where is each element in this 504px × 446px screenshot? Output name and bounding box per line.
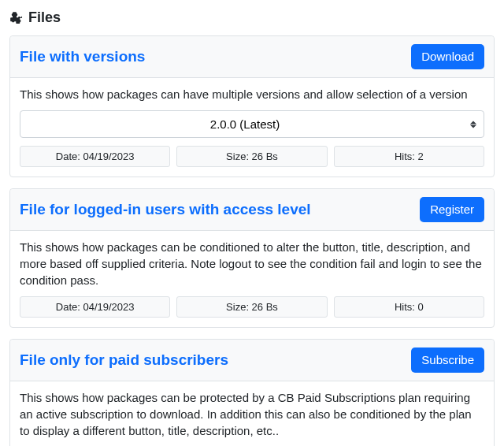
page-title-row: Files bbox=[9, 9, 495, 26]
version-select[interactable]: 2.0.0 (Latest) bbox=[20, 110, 484, 138]
file-stats-row: Date: 04/19/2023 Size: 26 Bs Hits: 2 bbox=[20, 146, 484, 167]
file-card: File with versions Download This shows h… bbox=[9, 35, 495, 177]
file-description: This shows how packages can have multipl… bbox=[20, 86, 484, 102]
download-button[interactable]: Download bbox=[411, 44, 484, 69]
file-card: File for logged-in users with access lev… bbox=[9, 188, 495, 328]
file-card: File only for paid subscribers Subscribe… bbox=[9, 339, 495, 446]
file-title-link[interactable]: File for logged-in users with access lev… bbox=[20, 201, 311, 218]
file-description: This shows how packages can be protected… bbox=[20, 389, 484, 439]
file-card-header: File for logged-in users with access lev… bbox=[10, 189, 494, 231]
file-stat-size: Size: 26 Bs bbox=[176, 146, 327, 167]
file-description: This shows how packages can be condition… bbox=[20, 239, 484, 288]
file-stat-date: Date: 04/19/2023 bbox=[20, 146, 170, 167]
file-stat-hits: Hits: 2 bbox=[334, 146, 484, 167]
file-stat-date: Date: 04/19/2023 bbox=[20, 296, 170, 318]
file-stat-size: Size: 26 Bs bbox=[176, 296, 327, 318]
page-title: Files bbox=[28, 9, 61, 26]
file-title-link[interactable]: File with versions bbox=[20, 48, 145, 65]
version-select-wrap: 2.0.0 (Latest) bbox=[20, 110, 484, 138]
file-stat-hits: Hits: 0 bbox=[334, 296, 484, 318]
puzzle-piece-icon bbox=[9, 11, 24, 25]
register-button[interactable]: Register bbox=[420, 197, 484, 222]
file-card-header: File with versions Download bbox=[10, 36, 494, 78]
file-title-link[interactable]: File only for paid subscribers bbox=[20, 351, 228, 369]
file-card-body: This shows how packages can be protected… bbox=[10, 381, 494, 446]
subscribe-button[interactable]: Subscribe bbox=[411, 348, 484, 373]
file-card-body: This shows how packages can be condition… bbox=[10, 231, 494, 327]
file-card-body: This shows how packages can have multipl… bbox=[10, 78, 494, 177]
file-card-header: File only for paid subscribers Subscribe bbox=[10, 340, 494, 381]
file-stats-row: Date: 04/19/2023 Size: 26 Bs Hits: 0 bbox=[20, 296, 484, 318]
